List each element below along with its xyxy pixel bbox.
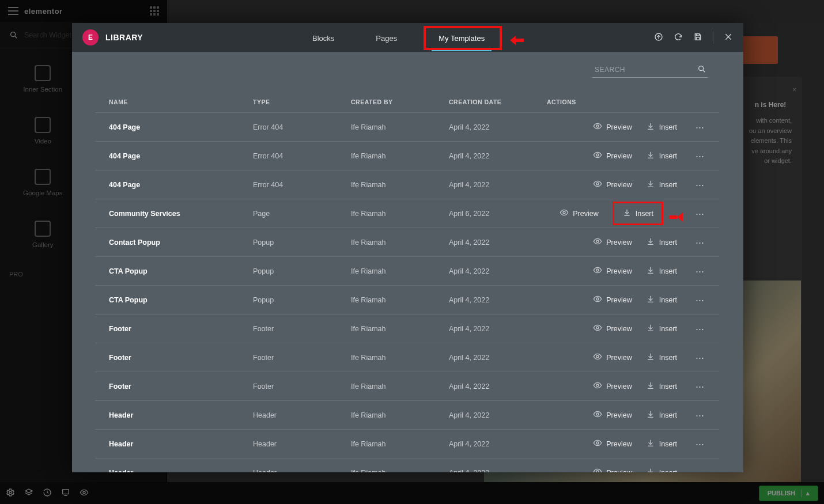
cell-date: April 4, 2022 <box>449 469 547 473</box>
insert-action[interactable]: Insert <box>646 150 677 161</box>
cell-date: April 4, 2022 <box>449 267 547 275</box>
table-row: FooterFooterIfe RiamahApril 4, 2022Previ… <box>95 372 719 400</box>
preview-action[interactable]: Preview <box>593 150 632 161</box>
preview-action[interactable]: Preview <box>593 266 632 276</box>
more-actions-icon[interactable]: ⋯ <box>691 324 705 334</box>
insert-action[interactable]: Insert <box>646 438 677 449</box>
insert-action[interactable]: Insert <box>646 179 677 190</box>
more-actions-icon[interactable]: ⋯ <box>691 353 705 363</box>
table-row: 404 PageError 404Ife RiamahApril 4, 2022… <box>95 112 719 141</box>
preview-action[interactable]: Preview <box>593 381 632 392</box>
eye-icon <box>593 438 602 449</box>
cell-created-by: Ife Riamah <box>351 325 449 333</box>
preview-action[interactable]: Preview <box>593 410 632 420</box>
eye-icon <box>593 150 602 161</box>
sync-icon[interactable] <box>674 32 683 43</box>
preview-action[interactable]: Preview <box>593 179 632 190</box>
library-tab-my-templates[interactable]: My Templates <box>435 25 488 51</box>
cell-date: April 4, 2022 <box>449 181 547 189</box>
annotation-arrow-tab <box>510 37 524 44</box>
save-icon[interactable] <box>693 32 702 43</box>
more-actions-icon[interactable]: ⋯ <box>691 381 705 392</box>
download-icon <box>646 381 655 392</box>
cell-created-by: Ife Riamah <box>351 152 449 160</box>
cell-date: April 4, 2022 <box>449 325 547 333</box>
more-actions-icon[interactable]: ⋯ <box>691 151 705 161</box>
cell-created-by: Ife Riamah <box>351 440 449 448</box>
preview-action[interactable]: Preview <box>593 122 632 132</box>
preview-action[interactable]: Preview <box>560 208 598 219</box>
insert-action[interactable]: Insert <box>646 266 677 276</box>
table-row: Community ServicesPageIfe RiamahApril 6,… <box>95 199 719 228</box>
svg-point-48 <box>596 442 599 444</box>
download-icon <box>646 122 655 132</box>
cell-name: Community Services <box>109 210 253 218</box>
insert-action[interactable]: Insert <box>646 381 677 392</box>
more-actions-icon[interactable]: ⋯ <box>691 122 705 132</box>
library-header-actions <box>654 31 733 44</box>
preview-action[interactable]: Preview <box>593 352 632 363</box>
more-actions-icon[interactable]: ⋯ <box>691 439 705 449</box>
cell-created-by: Ife Riamah <box>351 354 449 362</box>
more-actions-icon[interactable]: ⋯ <box>691 410 705 420</box>
insert-action[interactable]: Insert <box>646 410 677 420</box>
insert-action[interactable]: Insert <box>646 467 677 472</box>
cell-type: Footer <box>253 382 351 391</box>
col-name[interactable]: NAME <box>109 98 253 105</box>
insert-action[interactable]: Insert <box>646 352 677 363</box>
cell-type: Popup <box>253 238 351 247</box>
eye-icon <box>593 179 602 190</box>
import-icon[interactable] <box>654 32 663 43</box>
more-actions-icon[interactable]: ⋯ <box>691 237 705 248</box>
eye-icon <box>593 237 602 248</box>
download-icon <box>646 467 655 472</box>
more-actions-icon[interactable]: ⋯ <box>691 180 705 190</box>
table-header: NAME TYPE CREATED BY CREATION DATE ACTIO… <box>95 92 719 112</box>
svg-point-45 <box>596 413 599 415</box>
insert-action[interactable]: Insert <box>646 122 677 132</box>
svg-point-51 <box>596 471 599 472</box>
more-actions-icon[interactable]: ⋯ <box>691 468 705 473</box>
preview-action[interactable]: Preview <box>593 323 632 334</box>
download-icon <box>646 438 655 449</box>
insert-action[interactable]: Insert <box>646 294 677 305</box>
cell-type: Page <box>253 210 351 218</box>
preview-action[interactable]: Preview <box>593 438 632 449</box>
col-date[interactable]: CREATION DATE <box>449 98 547 105</box>
more-actions-icon[interactable]: ⋯ <box>691 295 705 305</box>
col-actions: ACTIONS <box>547 98 705 105</box>
svg-point-27 <box>596 240 599 242</box>
insert-action[interactable]: Insert <box>646 237 677 248</box>
eye-icon <box>593 352 602 363</box>
insert-action[interactable]: Insert <box>646 323 677 334</box>
library-tab-pages[interactable]: Pages <box>372 25 400 51</box>
library-tab-blocks[interactable]: Blocks <box>309 25 338 51</box>
cell-name: CTA Popup <box>109 296 253 304</box>
eye-icon <box>593 294 602 305</box>
library-modal: E LIBRARY BlocksPagesMy Templates <box>72 23 743 472</box>
cell-name: Header <box>109 411 253 419</box>
preview-action[interactable]: Preview <box>593 467 632 472</box>
more-actions-icon[interactable]: ⋯ <box>691 266 705 276</box>
cell-actions: PreviewInsert⋯ <box>547 294 705 305</box>
cell-type: Footer <box>253 354 351 362</box>
close-icon[interactable] <box>724 32 733 43</box>
more-actions-icon[interactable]: ⋯ <box>691 209 705 219</box>
preview-action[interactable]: Preview <box>593 237 632 248</box>
table-row: CTA PopupPopupIfe RiamahApril 4, 2022Pre… <box>95 285 719 314</box>
eye-icon <box>593 323 602 334</box>
svg-point-39 <box>596 355 599 358</box>
insert-action[interactable]: Insert <box>613 202 663 225</box>
cell-date: April 4, 2022 <box>449 411 547 419</box>
svg-rect-9 <box>696 33 699 35</box>
cell-actions: PreviewInsert⋯ <box>547 323 705 334</box>
col-created-by[interactable]: CREATED BY <box>351 98 449 105</box>
cell-created-by: Ife Riamah <box>351 267 449 275</box>
search-icon[interactable] <box>697 65 706 75</box>
library-search-input[interactable] <box>592 62 708 78</box>
preview-action[interactable]: Preview <box>593 294 632 305</box>
col-type[interactable]: TYPE <box>253 98 351 105</box>
eye-icon <box>593 122 602 132</box>
cell-type: Error 404 <box>253 123 351 131</box>
svg-rect-10 <box>696 37 699 40</box>
